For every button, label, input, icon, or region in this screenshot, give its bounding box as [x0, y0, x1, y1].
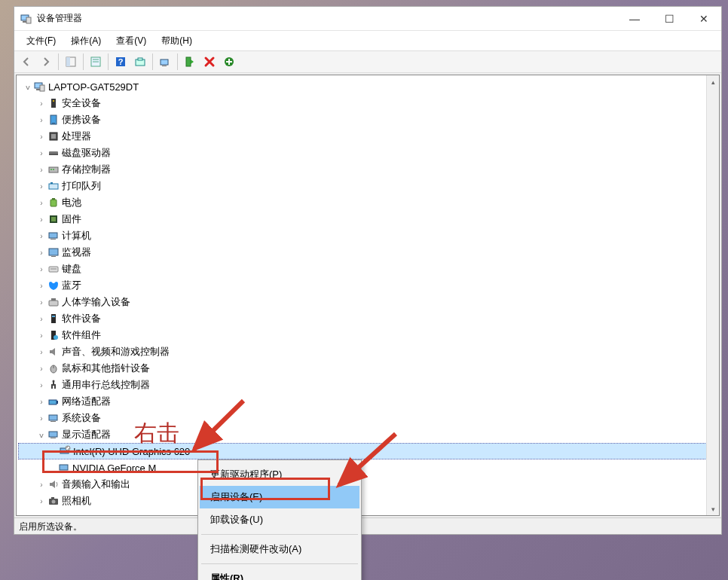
vertical-scrollbar[interactable]: ▴ ▾ [706, 75, 719, 515]
tree-category[interactable]: ›电池 [18, 194, 719, 211]
tree-root-label: LAPTOP-GAT529DT [48, 81, 139, 93]
nav-forward-button[interactable] [37, 53, 55, 71]
tree-root[interactable]: ⅴ LAPTOP-GAT529DT [18, 78, 719, 95]
properties-button[interactable] [87, 53, 105, 71]
svg-rect-35 [51, 217, 56, 221]
toolbar-separator [108, 53, 109, 70]
menu-view[interactable]: 查看(V) [109, 32, 154, 50]
tree-item-label: 安全设备 [62, 96, 101, 110]
tree-item-audio-io[interactable]: › 音频输入和输出 [18, 476, 719, 493]
toolbar-separator [83, 53, 84, 70]
tree-item-intel-uhd[interactable]: Intel(R) UHD Graphics 620 [18, 443, 719, 459]
tree-item-label: 打印队列 [62, 179, 101, 193]
close-button[interactable]: ✕ [687, 7, 721, 31]
camera-icon [47, 495, 60, 507]
scroll-down-icon[interactable]: ▾ [707, 502, 719, 515]
uninstall-device-button[interactable] [200, 53, 219, 71]
tree-category[interactable]: ›鼠标和其他指针设备 [18, 360, 719, 377]
maximize-button[interactable]: ☐ [652, 7, 687, 31]
expand-icon[interactable]: › [36, 116, 47, 124]
context-menu-update-driver[interactable]: 更新驱动程序(P) [200, 463, 359, 486]
app-icon [20, 13, 32, 25]
device-manager-window: 设备管理器 — ☐ ✕ 文件(F) 操作(A) 查看(V) 帮助(H) ? [14, 6, 722, 535]
help-button[interactable]: ? [112, 53, 130, 71]
display-adapter-icon [58, 445, 72, 457]
expand-icon[interactable]: › [36, 331, 47, 340]
expand-icon[interactable]: › [36, 298, 47, 307]
tree-category[interactable]: ›磁盘驱动器 [18, 145, 719, 161]
tree-item-label: 键盘 [62, 262, 81, 276]
expand-icon[interactable]: › [36, 381, 47, 389]
menu-help[interactable]: 帮助(H) [154, 32, 200, 50]
category-icon [47, 362, 60, 374]
tree-category[interactable]: ›计算机 [18, 227, 719, 244]
expand-icon[interactable]: › [36, 265, 47, 273]
tree-category[interactable]: ›软件组件 [18, 327, 719, 343]
expand-icon[interactable]: › [36, 481, 47, 489]
expand-icon[interactable]: › [36, 497, 47, 505]
expand-icon[interactable]: › [36, 348, 47, 356]
enable-device-button[interactable] [181, 53, 199, 71]
expand-icon[interactable]: › [36, 199, 47, 207]
minimize-button[interactable]: — [617, 7, 652, 31]
tree-category[interactable]: ›软件设备 [18, 310, 719, 327]
expand-icon[interactable]: › [36, 249, 47, 257]
tree-category[interactable]: ›网络适配器 [18, 393, 719, 410]
tree-category[interactable]: ›人体学输入设备 [18, 294, 719, 310]
nav-back-button[interactable] [17, 53, 35, 71]
tree-category[interactable]: ›声音、视频和游戏控制器 [18, 343, 719, 360]
svg-rect-53 [49, 415, 57, 420]
expand-icon[interactable]: › [36, 232, 47, 240]
context-menu-properties[interactable]: 属性(R) [200, 567, 359, 580]
expand-icon[interactable]: › [36, 414, 47, 423]
menu-action[interactable]: 操作(A) [63, 32, 109, 50]
expand-icon[interactable]: › [36, 365, 47, 373]
category-icon [47, 429, 60, 441]
tree-category[interactable]: ⅴ显示适配器 [18, 426, 719, 443]
context-menu-separator [201, 563, 358, 564]
expand-icon[interactable]: › [36, 133, 47, 141]
scan-button[interactable] [131, 53, 149, 71]
collapse-icon[interactable]: ⅴ [23, 83, 33, 91]
tree-category[interactable]: ›键盘 [18, 261, 719, 277]
device-tree[interactable]: ⅴ LAPTOP-GAT529DT ›安全设备›便携设备›处理器›磁盘驱动器›存… [17, 75, 719, 515]
expand-icon[interactable]: › [36, 149, 47, 157]
tree-item-label: 软件组件 [62, 328, 101, 342]
tree-category[interactable]: ›存储控制器 [18, 161, 719, 178]
expand-icon[interactable]: › [36, 398, 47, 406]
tree-category[interactable]: ›便携设备 [18, 111, 719, 128]
expand-icon[interactable]: › [36, 282, 47, 290]
expand-icon[interactable]: › [36, 215, 47, 224]
tree-item-label: Intel(R) UHD Graphics 620 [73, 446, 190, 457]
expand-icon[interactable]: › [36, 99, 47, 108]
tree-category[interactable]: ›安全设备 [18, 95, 719, 111]
show-hidden-button[interactable] [62, 53, 80, 71]
tree-category[interactable]: ›监视器 [18, 244, 719, 261]
tree-category[interactable]: ›蓝牙 [18, 277, 719, 294]
menu-file[interactable]: 文件(F) [19, 32, 63, 50]
tree-category[interactable]: ›通用串行总线控制器 [18, 377, 719, 393]
svg-rect-60 [61, 471, 66, 472]
update-driver-button[interactable] [156, 53, 174, 71]
tree-item-nvidia[interactable]: NVIDIA GeForce M [18, 459, 719, 476]
context-menu-scan-hardware[interactable]: 扫描检测硬件改动(A) [200, 538, 359, 560]
expand-icon[interactable]: › [36, 315, 47, 323]
category-icon [47, 329, 60, 341]
tree-category[interactable]: ›处理器 [18, 128, 719, 145]
tree-category[interactable]: ›打印队列 [18, 178, 719, 194]
context-menu-uninstall-device[interactable]: 卸载设备(U) [200, 508, 359, 531]
collapse-icon[interactable]: ⅴ [36, 431, 47, 439]
context-menu-enable-device[interactable]: 启用设备(E) [200, 486, 359, 508]
expand-icon[interactable]: › [36, 166, 47, 174]
expand-icon[interactable]: › [36, 182, 47, 191]
titlebar[interactable]: 设备管理器 — ☐ ✕ [14, 7, 721, 31]
add-legacy-button[interactable] [220, 53, 238, 71]
tree-category[interactable]: ›系统设备 [18, 410, 719, 426]
tree-category[interactable]: ›固件 [18, 211, 719, 227]
category-icon [47, 395, 60, 408]
tree-item-camera[interactable]: › 照相机 [18, 493, 719, 509]
tree-item-label: 声音、视频和游戏控制器 [62, 345, 170, 359]
scroll-up-icon[interactable]: ▴ [707, 75, 719, 88]
scroll-track[interactable] [707, 88, 719, 502]
svg-rect-12 [161, 60, 168, 65]
